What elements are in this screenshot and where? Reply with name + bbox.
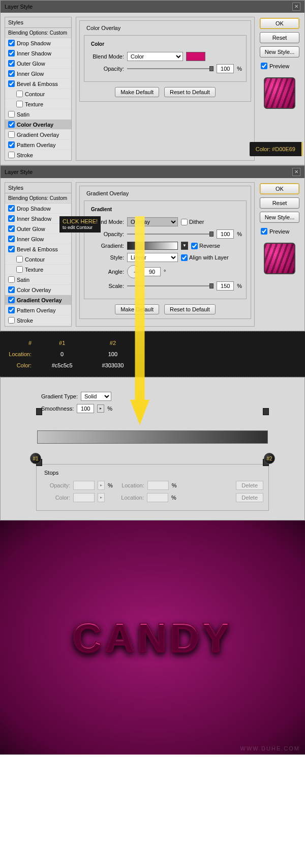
delete-color-stop-button[interactable]: Delete — [236, 493, 263, 502]
ok-button[interactable]: OK — [260, 18, 299, 29]
new-style-button[interactable]: New Style... — [260, 46, 299, 57]
style-item-texture[interactable]: Texture — [5, 99, 71, 109]
style-checkbox[interactable] — [8, 205, 15, 212]
preview-checkbox[interactable]: Preview — [261, 228, 299, 235]
scale-value[interactable] — [217, 281, 234, 291]
percent-label: % — [237, 66, 242, 72]
style-item-satin[interactable]: Satin — [5, 275, 71, 285]
style-checkbox[interactable] — [8, 80, 15, 87]
style-checkbox[interactable] — [16, 91, 23, 97]
dither-checkbox[interactable]: Dither — [181, 219, 204, 225]
angle-value[interactable] — [143, 267, 161, 276]
gradient-ramp[interactable] — [37, 430, 268, 444]
style-checkbox[interactable] — [8, 276, 15, 283]
reset-default-button[interactable]: Reset to Default — [164, 304, 216, 314]
delete-opacity-stop-button[interactable]: Delete — [236, 481, 263, 490]
chevron-right-icon[interactable]: ▸ — [98, 481, 105, 490]
opacity-slider[interactable] — [127, 65, 214, 72]
style-item-inner-glow[interactable]: Inner Glow — [5, 69, 71, 79]
style-checkbox[interactable] — [8, 111, 15, 118]
new-style-button[interactable]: New Style... — [260, 212, 299, 223]
blending-options[interactable]: Blending Options: Custom — [5, 28, 71, 38]
blend-mode-select[interactable]: Overlay — [127, 217, 178, 226]
opacity-value[interactable] — [217, 229, 234, 239]
style-label: Gradient Overlay — [17, 297, 62, 303]
style-select[interactable]: Linear — [127, 253, 178, 262]
styles-header[interactable]: Styles — [5, 17, 71, 28]
ok-button[interactable]: OK — [260, 183, 299, 194]
style-checkbox[interactable] — [8, 236, 15, 242]
gradient-preview[interactable] — [127, 242, 178, 250]
style-checkbox[interactable] — [8, 317, 15, 324]
gradient-type-select[interactable]: Solid — [81, 392, 111, 401]
close-icon[interactable]: ✕ — [292, 3, 300, 11]
styles-header[interactable]: Styles — [5, 183, 71, 193]
right-panel: OK Reset New Style... Preview — [259, 17, 300, 161]
dialog-title: Layer Style — [5, 169, 33, 175]
style-item-pattern-overlay[interactable]: Pattern Overlay — [5, 305, 71, 315]
style-checkbox[interactable] — [8, 152, 15, 158]
style-checkbox[interactable] — [16, 256, 23, 263]
style-checkbox[interactable] — [8, 50, 15, 56]
style-checkbox[interactable] — [8, 60, 15, 67]
style-item-color-overlay[interactable]: Color Overlay — [5, 285, 71, 295]
blending-options[interactable]: Blending Options: Custom — [5, 193, 71, 204]
make-default-button[interactable]: Make Default — [115, 87, 159, 97]
smoothness-dropdown-icon[interactable]: ▸ — [97, 404, 104, 413]
style-checkbox[interactable] — [8, 246, 15, 252]
opacity-stop-left[interactable] — [36, 408, 42, 415]
style-item-inner-glow[interactable]: Inner Glow — [5, 234, 71, 244]
center-panel: Gradient Overlay Gradient Blend Mode: Ov… — [76, 182, 255, 327]
style-checkbox[interactable] — [8, 286, 15, 293]
smoothness-value[interactable] — [77, 404, 94, 413]
style-item-bevel-emboss[interactable]: Bevel & Emboss — [5, 79, 71, 89]
stop-location-input[interactable] — [147, 493, 168, 502]
style-checkbox[interactable] — [8, 225, 15, 232]
style-checkbox[interactable] — [16, 101, 23, 107]
style-item-drop-shadow[interactable]: Drop Shadow — [5, 38, 71, 48]
stop-badge-1: #1 — [30, 453, 41, 464]
style-item-gradient-overlay[interactable]: Gradient Overlay — [5, 295, 71, 305]
reset-button[interactable]: Reset — [260, 32, 299, 43]
style-checkbox[interactable] — [16, 266, 23, 273]
style-label: Stroke — [17, 317, 33, 324]
reverse-checkbox[interactable]: Reverse — [191, 243, 220, 249]
stop-color-swatch[interactable] — [73, 493, 95, 502]
style-label: Texture — [25, 101, 43, 107]
style-checkbox[interactable] — [8, 121, 15, 128]
chevron-right-icon[interactable]: ▸ — [98, 493, 105, 502]
style-item-contour[interactable]: Contour — [5, 254, 71, 265]
gradient-dropdown-icon[interactable]: ▼ — [181, 242, 188, 250]
stop-opacity-input[interactable] — [73, 481, 95, 490]
style-item-color-overlay[interactable]: Color Overlay — [5, 120, 71, 130]
style-checkbox[interactable] — [8, 215, 15, 222]
style-item-stroke[interactable]: Stroke — [5, 315, 71, 326]
style-checkbox[interactable] — [8, 131, 15, 138]
style-item-gradient-overlay[interactable]: Gradient Overlay — [5, 130, 71, 140]
style-checkbox[interactable] — [8, 307, 15, 313]
opacity-stop-right[interactable] — [263, 408, 269, 415]
close-icon[interactable]: ✕ — [292, 168, 300, 176]
opacity-value[interactable] — [217, 64, 234, 73]
style-item-outer-glow[interactable]: Outer Glow — [5, 59, 71, 69]
stop-location-input[interactable] — [147, 481, 169, 490]
blend-mode-select[interactable]: Color — [127, 52, 183, 61]
align-checkbox[interactable]: Align with Layer — [181, 254, 229, 261]
style-item-stroke[interactable]: Stroke — [5, 150, 71, 160]
gradient-stops-table: ##1#2 Location:0100 Color:#c5c5c5#303030 — [0, 331, 305, 377]
style-item-bevel-emboss[interactable]: Bevel & Emboss — [5, 244, 71, 254]
reset-button[interactable]: Reset — [260, 197, 299, 209]
preview-checkbox[interactable]: Preview — [261, 63, 299, 69]
style-checkbox[interactable] — [8, 40, 15, 46]
style-item-contour[interactable]: Contour — [5, 89, 71, 99]
style-item-inner-shadow[interactable]: Inner Shadow — [5, 48, 71, 59]
style-item-pattern-overlay[interactable]: Pattern Overlay — [5, 140, 71, 150]
style-checkbox[interactable] — [8, 70, 15, 77]
color-swatch[interactable] — [186, 52, 205, 61]
style-item-satin[interactable]: Satin — [5, 109, 71, 120]
reset-default-button[interactable]: Reset to Default — [164, 87, 216, 97]
style-checkbox[interactable] — [8, 141, 15, 148]
style-item-drop-shadow[interactable]: Drop Shadow — [5, 204, 71, 214]
style-checkbox[interactable] — [8, 297, 15, 303]
style-item-texture[interactable]: Texture — [5, 265, 71, 275]
